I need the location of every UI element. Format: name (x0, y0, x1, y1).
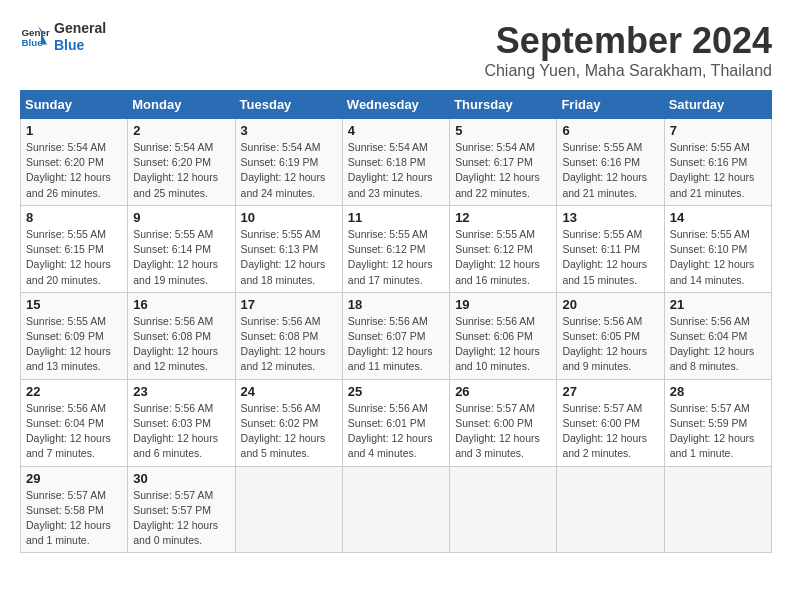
day-detail: Sunrise: 5:54 AMSunset: 6:17 PMDaylight:… (455, 140, 551, 201)
day-number: 1 (26, 123, 122, 138)
day-detail: Sunrise: 5:56 AMSunset: 6:04 PMDaylight:… (26, 401, 122, 462)
calendar-cell: 1Sunrise: 5:54 AMSunset: 6:20 PMDaylight… (21, 119, 128, 206)
day-number: 20 (562, 297, 658, 312)
day-detail: Sunrise: 5:55 AMSunset: 6:09 PMDaylight:… (26, 314, 122, 375)
calendar-cell: 6Sunrise: 5:55 AMSunset: 6:16 PMDaylight… (557, 119, 664, 206)
day-detail: Sunrise: 5:57 AMSunset: 5:58 PMDaylight:… (26, 488, 122, 549)
weekday-header: Monday (128, 91, 235, 119)
day-number: 17 (241, 297, 337, 312)
calendar-cell: 5Sunrise: 5:54 AMSunset: 6:17 PMDaylight… (450, 119, 557, 206)
day-detail: Sunrise: 5:55 AMSunset: 6:16 PMDaylight:… (670, 140, 766, 201)
logo: General Blue General Blue (20, 20, 106, 54)
calendar-cell (342, 466, 449, 553)
calendar-cell: 23Sunrise: 5:56 AMSunset: 6:03 PMDayligh… (128, 379, 235, 466)
day-detail: Sunrise: 5:55 AMSunset: 6:10 PMDaylight:… (670, 227, 766, 288)
day-number: 16 (133, 297, 229, 312)
day-number: 27 (562, 384, 658, 399)
calendar-cell: 30Sunrise: 5:57 AMSunset: 5:57 PMDayligh… (128, 466, 235, 553)
day-detail: Sunrise: 5:55 AMSunset: 6:13 PMDaylight:… (241, 227, 337, 288)
day-detail: Sunrise: 5:56 AMSunset: 6:08 PMDaylight:… (133, 314, 229, 375)
calendar-cell: 20Sunrise: 5:56 AMSunset: 6:05 PMDayligh… (557, 292, 664, 379)
calendar-cell: 4Sunrise: 5:54 AMSunset: 6:18 PMDaylight… (342, 119, 449, 206)
day-number: 11 (348, 210, 444, 225)
day-detail: Sunrise: 5:54 AMSunset: 6:20 PMDaylight:… (133, 140, 229, 201)
day-detail: Sunrise: 5:56 AMSunset: 6:04 PMDaylight:… (670, 314, 766, 375)
calendar-cell: 19Sunrise: 5:56 AMSunset: 6:06 PMDayligh… (450, 292, 557, 379)
day-number: 7 (670, 123, 766, 138)
day-detail: Sunrise: 5:56 AMSunset: 6:05 PMDaylight:… (562, 314, 658, 375)
calendar-cell: 8Sunrise: 5:55 AMSunset: 6:15 PMDaylight… (21, 205, 128, 292)
day-detail: Sunrise: 5:55 AMSunset: 6:12 PMDaylight:… (455, 227, 551, 288)
weekday-header: Saturday (664, 91, 771, 119)
calendar-cell: 25Sunrise: 5:56 AMSunset: 6:01 PMDayligh… (342, 379, 449, 466)
logo-general: General (54, 20, 106, 37)
day-number: 18 (348, 297, 444, 312)
day-number: 5 (455, 123, 551, 138)
calendar-cell: 27Sunrise: 5:57 AMSunset: 6:00 PMDayligh… (557, 379, 664, 466)
svg-text:Blue: Blue (22, 37, 44, 48)
day-detail: Sunrise: 5:56 AMSunset: 6:06 PMDaylight:… (455, 314, 551, 375)
day-number: 2 (133, 123, 229, 138)
title-section: September 2024 Chiang Yuen, Maha Sarakha… (484, 20, 772, 80)
calendar-cell: 9Sunrise: 5:55 AMSunset: 6:14 PMDaylight… (128, 205, 235, 292)
day-detail: Sunrise: 5:54 AMSunset: 6:18 PMDaylight:… (348, 140, 444, 201)
calendar-cell: 2Sunrise: 5:54 AMSunset: 6:20 PMDaylight… (128, 119, 235, 206)
day-detail: Sunrise: 5:55 AMSunset: 6:15 PMDaylight:… (26, 227, 122, 288)
calendar-cell: 22Sunrise: 5:56 AMSunset: 6:04 PMDayligh… (21, 379, 128, 466)
day-number: 10 (241, 210, 337, 225)
day-detail: Sunrise: 5:56 AMSunset: 6:01 PMDaylight:… (348, 401, 444, 462)
day-detail: Sunrise: 5:55 AMSunset: 6:16 PMDaylight:… (562, 140, 658, 201)
weekday-header: Tuesday (235, 91, 342, 119)
calendar-cell: 10Sunrise: 5:55 AMSunset: 6:13 PMDayligh… (235, 205, 342, 292)
calendar-cell (664, 466, 771, 553)
day-number: 8 (26, 210, 122, 225)
day-number: 4 (348, 123, 444, 138)
day-detail: Sunrise: 5:57 AMSunset: 5:59 PMDaylight:… (670, 401, 766, 462)
day-number: 26 (455, 384, 551, 399)
calendar-week-row: 15Sunrise: 5:55 AMSunset: 6:09 PMDayligh… (21, 292, 772, 379)
calendar-cell: 13Sunrise: 5:55 AMSunset: 6:11 PMDayligh… (557, 205, 664, 292)
day-number: 21 (670, 297, 766, 312)
day-detail: Sunrise: 5:55 AMSunset: 6:11 PMDaylight:… (562, 227, 658, 288)
calendar-cell: 11Sunrise: 5:55 AMSunset: 6:12 PMDayligh… (342, 205, 449, 292)
day-number: 15 (26, 297, 122, 312)
calendar-cell (450, 466, 557, 553)
calendar-week-row: 8Sunrise: 5:55 AMSunset: 6:15 PMDaylight… (21, 205, 772, 292)
calendar-cell (235, 466, 342, 553)
day-number: 28 (670, 384, 766, 399)
calendar-cell: 17Sunrise: 5:56 AMSunset: 6:08 PMDayligh… (235, 292, 342, 379)
calendar-cell: 15Sunrise: 5:55 AMSunset: 6:09 PMDayligh… (21, 292, 128, 379)
day-detail: Sunrise: 5:56 AMSunset: 6:02 PMDaylight:… (241, 401, 337, 462)
calendar-cell: 14Sunrise: 5:55 AMSunset: 6:10 PMDayligh… (664, 205, 771, 292)
calendar-body: 1Sunrise: 5:54 AMSunset: 6:20 PMDaylight… (21, 119, 772, 553)
calendar-cell: 7Sunrise: 5:55 AMSunset: 6:16 PMDaylight… (664, 119, 771, 206)
day-number: 14 (670, 210, 766, 225)
day-number: 25 (348, 384, 444, 399)
day-detail: Sunrise: 5:56 AMSunset: 6:03 PMDaylight:… (133, 401, 229, 462)
day-detail: Sunrise: 5:56 AMSunset: 6:08 PMDaylight:… (241, 314, 337, 375)
weekday-header: Wednesday (342, 91, 449, 119)
day-number: 22 (26, 384, 122, 399)
day-detail: Sunrise: 5:55 AMSunset: 6:14 PMDaylight:… (133, 227, 229, 288)
day-detail: Sunrise: 5:57 AMSunset: 6:00 PMDaylight:… (455, 401, 551, 462)
day-number: 19 (455, 297, 551, 312)
calendar-cell: 18Sunrise: 5:56 AMSunset: 6:07 PMDayligh… (342, 292, 449, 379)
weekday-header: Friday (557, 91, 664, 119)
day-number: 29 (26, 471, 122, 486)
calendar-week-row: 22Sunrise: 5:56 AMSunset: 6:04 PMDayligh… (21, 379, 772, 466)
svg-text:General: General (22, 26, 51, 37)
calendar-week-row: 1Sunrise: 5:54 AMSunset: 6:20 PMDaylight… (21, 119, 772, 206)
day-number: 6 (562, 123, 658, 138)
calendar-cell: 12Sunrise: 5:55 AMSunset: 6:12 PMDayligh… (450, 205, 557, 292)
page-header: General Blue General Blue September 2024… (20, 20, 772, 80)
day-number: 9 (133, 210, 229, 225)
calendar-cell (557, 466, 664, 553)
day-number: 30 (133, 471, 229, 486)
day-detail: Sunrise: 5:54 AMSunset: 6:20 PMDaylight:… (26, 140, 122, 201)
day-detail: Sunrise: 5:57 AMSunset: 6:00 PMDaylight:… (562, 401, 658, 462)
calendar-cell: 29Sunrise: 5:57 AMSunset: 5:58 PMDayligh… (21, 466, 128, 553)
calendar-cell: 21Sunrise: 5:56 AMSunset: 6:04 PMDayligh… (664, 292, 771, 379)
logo-icon: General Blue (20, 22, 50, 52)
calendar-title: September 2024 (484, 20, 772, 62)
calendar-header-row: SundayMondayTuesdayWednesdayThursdayFrid… (21, 91, 772, 119)
